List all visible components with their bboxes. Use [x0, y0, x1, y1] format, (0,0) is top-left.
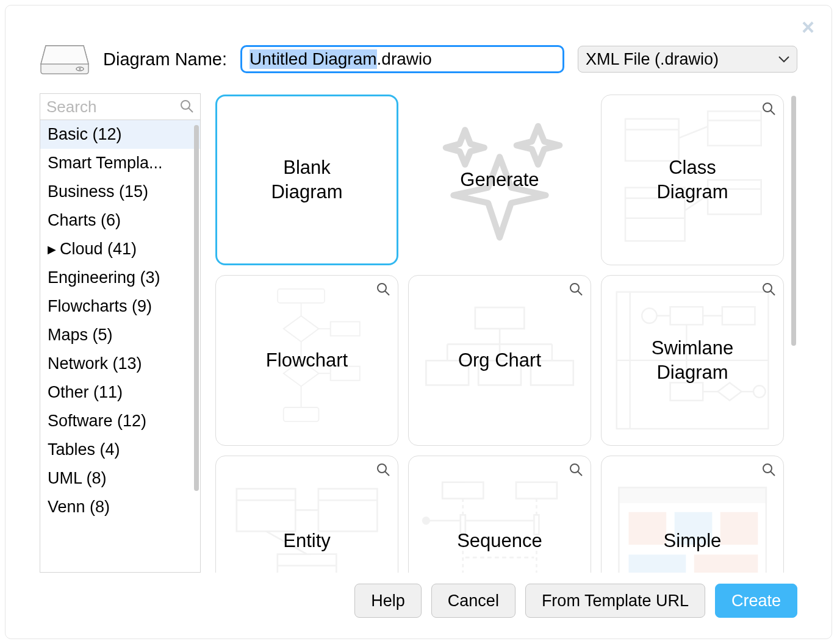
category-item[interactable]: ▶Cloud (41) — [40, 235, 200, 263]
dialog-footer: Help Cancel From Template URL Create — [5, 584, 832, 639]
template-tile-blank[interactable]: BlankDiagram — [215, 95, 398, 265]
template-tile[interactable]: Org Chart — [408, 275, 591, 446]
template-grid: BlankDiagramGenerateClassDiagramFlowchar… — [214, 93, 797, 573]
category-item[interactable]: UML (8) — [40, 464, 200, 493]
svg-point-83 — [763, 464, 772, 473]
svg-point-2 — [181, 101, 190, 109]
zoom-icon[interactable] — [376, 462, 390, 479]
drive-icon — [40, 43, 90, 75]
svg-rect-81 — [628, 555, 686, 573]
svg-line-53 — [771, 291, 775, 295]
category-item[interactable]: Maps (5) — [40, 321, 200, 349]
category-item[interactable]: Charts (6) — [40, 206, 200, 235]
svg-point-68 — [423, 517, 429, 524]
template-tile[interactable]: Entity — [215, 456, 398, 573]
category-item[interactable]: Smart Templa... — [40, 149, 200, 177]
category-label: Venn (8) — [48, 498, 110, 516]
diagram-name-input[interactable] — [240, 45, 564, 73]
search-input[interactable] — [40, 94, 200, 120]
template-title: Generate — [454, 168, 545, 192]
template-title: Simple — [658, 529, 728, 553]
category-label: Basic (12) — [48, 125, 122, 143]
zoom-icon[interactable] — [569, 282, 583, 299]
grid-scrollbar[interactable] — [791, 96, 796, 346]
svg-rect-17 — [278, 289, 325, 303]
category-sidebar: Basic (12)Smart Templa...Business (15)Ch… — [40, 93, 201, 573]
search-icon — [179, 99, 194, 116]
svg-rect-82 — [694, 555, 758, 573]
file-type-value: XML File (.drawio) — [586, 50, 719, 69]
chevron-down-icon — [778, 55, 789, 63]
zoom-icon[interactable] — [761, 462, 776, 479]
svg-rect-65 — [516, 482, 557, 498]
svg-rect-45 — [670, 383, 703, 401]
svg-line-3 — [189, 108, 193, 112]
zoom-icon[interactable] — [376, 282, 390, 299]
template-title: Entity — [277, 529, 337, 553]
search-wrap — [40, 94, 200, 120]
category-item[interactable]: Business (15) — [40, 177, 200, 206]
template-tile[interactable]: SwimlaneDiagram — [601, 275, 784, 446]
svg-rect-44 — [722, 307, 755, 324]
sidebar-scrollbar[interactable] — [194, 125, 199, 491]
template-title: Sequence — [451, 529, 548, 553]
svg-point-52 — [763, 284, 772, 292]
category-label: Network (13) — [48, 354, 142, 373]
template-tile[interactable]: ClassDiagram — [601, 95, 784, 265]
close-icon[interactable]: × — [802, 16, 814, 38]
zoom-icon[interactable] — [761, 282, 776, 299]
svg-point-1 — [79, 68, 81, 70]
cancel-button[interactable]: Cancel — [431, 584, 515, 618]
category-label: Other (11) — [48, 383, 123, 401]
svg-point-62 — [378, 464, 386, 473]
category-item[interactable]: Basic (12) — [40, 120, 200, 149]
template-tile[interactable]: Sequence — [408, 456, 591, 573]
category-label: Smart Templa... — [48, 154, 163, 172]
help-button[interactable]: Help — [354, 584, 422, 618]
svg-point-42 — [642, 309, 656, 323]
category-label: Flowcharts (9) — [48, 297, 152, 315]
template-title: BlankDiagram — [265, 156, 348, 205]
svg-line-16 — [771, 110, 775, 115]
svg-rect-64 — [442, 482, 483, 498]
create-button[interactable]: Create — [715, 584, 797, 618]
svg-point-15 — [763, 103, 772, 112]
dialog-body: Basic (12)Smart Templa...Business (15)Ch… — [40, 93, 797, 573]
svg-rect-20 — [284, 407, 319, 421]
template-tile[interactable]: Generate — [408, 95, 591, 265]
template-title: ClassDiagram — [650, 156, 734, 205]
category-list: Basic (12)Smart Templa...Business (15)Ch… — [40, 120, 200, 572]
svg-rect-56 — [318, 488, 378, 531]
dialog-header: Diagram Name: XML File (.drawio) — [5, 5, 832, 93]
template-title: Flowchart — [260, 348, 354, 373]
svg-point-26 — [378, 284, 386, 292]
category-item[interactable]: Network (13) — [40, 349, 200, 378]
svg-line-84 — [771, 471, 775, 476]
category-item[interactable]: Engineering (3) — [40, 263, 200, 292]
zoom-icon[interactable] — [761, 101, 776, 118]
template-thumbnail — [409, 456, 591, 573]
from-template-url-button[interactable]: From Template URL — [525, 584, 705, 618]
template-tile[interactable]: Simple — [601, 456, 784, 573]
template-tile[interactable]: Flowchart — [215, 275, 398, 446]
svg-rect-6 — [708, 111, 761, 145]
category-item[interactable]: Other (11) — [40, 378, 200, 407]
category-item[interactable]: Tables (4) — [40, 435, 200, 464]
zoom-icon[interactable] — [569, 462, 583, 479]
svg-rect-58 — [278, 554, 337, 573]
category-label: Tables (4) — [48, 440, 120, 459]
category-label: Software (12) — [48, 412, 146, 430]
svg-line-63 — [385, 471, 389, 476]
svg-rect-4 — [625, 119, 679, 161]
category-label: Charts (6) — [48, 211, 121, 229]
template-grid-wrap: BlankDiagramGenerateClassDiagramFlowchar… — [214, 93, 797, 573]
category-item[interactable]: Software (12) — [40, 407, 200, 435]
new-diagram-dialog: × Diagram Name: XML File (.drawio) Basic — [5, 5, 832, 639]
category-item[interactable]: Venn (8) — [40, 493, 200, 521]
svg-point-74 — [570, 464, 579, 473]
category-label: Maps (5) — [48, 326, 113, 344]
svg-line-75 — [578, 471, 582, 476]
category-item[interactable]: Flowcharts (9) — [40, 292, 200, 321]
template-title: SwimlaneDiagram — [645, 336, 739, 385]
file-type-select[interactable]: XML File (.drawio) — [578, 46, 797, 73]
